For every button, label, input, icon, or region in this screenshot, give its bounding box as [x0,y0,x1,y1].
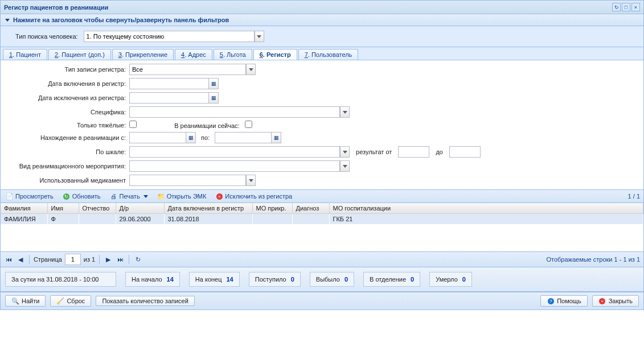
exclude-button[interactable]: ×Исключить из регистра [214,191,294,201]
summary-in: Поступило0 [249,272,301,287]
column-header[interactable]: МО госпитализации [329,203,643,214]
open-emk-button[interactable]: 📁Открыть ЭМК [155,191,208,201]
page-label: Страница [34,256,62,263]
view-button[interactable]: 📄Просмотреть [4,191,55,201]
dropdown-trigger-icon[interactable] [340,146,350,158]
filter-panel-header[interactable]: Нажмите на заголовок чтобы свернуть/разв… [1,14,643,26]
maximize-icon[interactable]: □ [622,3,630,11]
tab-0[interactable]: 1. Пациент [3,49,47,60]
chevron-down-icon [5,19,10,22]
close-icon[interactable]: × [631,3,640,11]
dropdown-trigger-icon[interactable] [246,175,256,186]
titlebar: Регистр пациентов в реанимации ↻ □ × [1,1,643,14]
calendar-icon[interactable]: ▦ [209,92,219,104]
column-header[interactable]: Д/р [116,203,164,214]
scale-label: По шкале: [5,148,129,155]
in-reanim-now-label: В реанимации сейчас: [174,122,243,129]
event-type-combo[interactable] [129,160,639,172]
reset-button[interactable]: 🧹Сброс [50,295,91,307]
table-row[interactable]: ФАМИЛИЯФ29.06.200031.08.2018ГКБ 21 [1,214,643,225]
search-type-value[interactable] [84,31,255,42]
help-icon: ? [547,297,555,305]
drug-label: Использованный медикамент [5,177,129,184]
filter-hint: Нажмите на заголовок чтобы свернуть/разв… [13,16,229,23]
print-button[interactable]: 🖨Печать [108,191,150,201]
incl-date-label: Дата включения в регистр: [5,80,129,87]
window-registry: Регистр пациентов в реанимации ↻ □ × Наж… [0,0,644,310]
summary-start: На начало14 [125,272,180,287]
summary-bar: За сутки на 31.08.2018 - 10:00 На начало… [1,267,643,292]
dropdown-trigger-icon[interactable] [340,106,350,118]
prev-page-icon[interactable]: ◀ [16,255,25,264]
reload-icon[interactable]: ↻ [133,255,142,264]
page-of: из 1 [84,256,95,263]
tab-3[interactable]: 4. Адрес [175,49,212,60]
doc-icon: 📄 [6,192,14,200]
pager: ⏮ ◀ Страница из 1 ▶ ⏭ ↻ Отображаемые стр… [1,251,643,267]
show-count-button[interactable]: Показать количество записей [96,296,195,306]
search-type-label: Тип поиска человека: [15,33,81,40]
printer-icon: 🖨 [110,192,118,200]
remove-icon: × [215,192,223,200]
footer-bar: 🔍Найти 🧹Сброс Показать количество записе… [1,292,643,309]
excl-date-field[interactable]: ▦ [129,92,639,104]
search-type-combo[interactable] [84,31,264,42]
column-header[interactable]: МО прикр. [252,203,292,214]
refresh-button[interactable]: ↻Обновить [61,191,102,201]
column-header[interactable]: Дата включения в регистр [164,203,252,214]
displayed-rows: Отображаемые строки 1 - 1 из 1 [546,256,640,263]
tab-4[interactable]: 5. Льгота [214,49,252,60]
folder-icon: 📁 [157,192,165,200]
first-page-icon[interactable]: ⏮ [4,255,13,264]
grid-toolbar: 📄Просмотреть ↻Обновить 🖨Печать 📁Открыть … [1,190,643,203]
column-header[interactable]: Имя [47,203,79,214]
tab-2[interactable]: 3. Прикрепление [112,49,174,60]
in-reanim-now-checkbox[interactable] [245,121,252,128]
refresh-icon[interactable]: ↻ [612,3,621,11]
stay-to-date[interactable]: ▦ [215,132,281,143]
summary-end: На конец14 [189,272,240,287]
next-page-icon[interactable]: ▶ [104,255,113,264]
dropdown-trigger-icon[interactable] [246,64,256,75]
calendar-icon[interactable]: ▦ [209,78,219,89]
column-header[interactable]: Фамилия [1,203,47,214]
rec-type-combo[interactable] [129,64,639,75]
page-input[interactable] [65,254,81,265]
calendar-icon[interactable]: ▦ [186,132,196,143]
result-to-input[interactable] [449,146,481,158]
reset-icon: 🧹 [56,297,64,305]
search-type-row: Тип поиска человека: [1,26,643,47]
severe-only-label: Только тяжёлые: [5,122,129,129]
tab-1[interactable]: 2. Пациент (доп.) [48,49,111,60]
severe-only-checkbox[interactable] [129,121,137,128]
tab-6[interactable]: 7. Пользователь [298,49,359,60]
stay-to-label: по: [201,134,210,141]
record-count: 1 / 1 [628,193,640,200]
column-header[interactable]: Отчество [79,203,116,214]
drug-combo[interactable] [129,175,639,186]
calendar-icon[interactable]: ▦ [272,132,281,143]
last-page-icon[interactable]: ⏭ [116,255,125,264]
summary-out: Выбыло0 [310,272,354,287]
rec-type-label: Тип записи регистра: [5,66,129,73]
summary-dead: Умерло0 [429,272,472,287]
search-icon: 🔍 [11,297,19,305]
result-from-label: результат от [356,148,392,155]
column-header[interactable]: Диагноз [292,203,329,214]
stay-from-label: Нахождение в реанимации с: [5,134,129,141]
event-type-label: Вид реанимационного мероприятия: [5,163,129,170]
dropdown-trigger-icon[interactable] [255,31,264,42]
dropdown-trigger-icon[interactable] [340,160,350,172]
specific-label: Специфика: [5,109,129,115]
refresh-icon: ↻ [63,192,71,200]
result-from-input[interactable] [398,146,429,158]
tab-5[interactable]: 6. Регистр [253,49,297,60]
help-button[interactable]: ?Помощь [540,295,588,307]
scale-combo[interactable] [129,146,350,158]
specific-combo[interactable] [129,106,639,118]
result-to-label: до [436,148,443,155]
stay-from-date[interactable]: ▦ [129,132,196,143]
incl-date-field[interactable]: ▦ [129,78,639,89]
find-button[interactable]: 🔍Найти [5,295,46,307]
close-button[interactable]: ×Закрыть [592,295,639,307]
